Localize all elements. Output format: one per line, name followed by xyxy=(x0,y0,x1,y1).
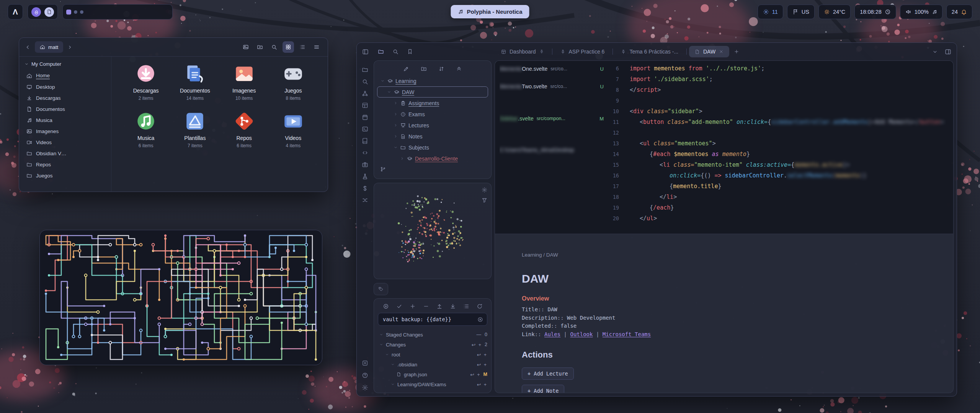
link-Aules[interactable]: Aules xyxy=(544,331,560,337)
folder-Videos[interactable]: Videos4 items xyxy=(269,109,318,148)
explorer-tool-folder-plus-button[interactable] xyxy=(421,66,427,72)
app-shortcut-1[interactable] xyxy=(31,7,41,17)
git-row-Learning/DAW/Exams[interactable]: Learning/DAW/Exams↩ + xyxy=(378,379,487,389)
git-row-actions[interactable]: ↩ + xyxy=(472,342,482,348)
ribbon-gear-button[interactable] xyxy=(362,384,368,391)
media-player-widget[interactable]: Polyphia - Neurotica xyxy=(451,5,529,18)
ribbon-book-button[interactable] xyxy=(362,138,368,144)
fm-tool-menu[interactable] xyxy=(311,41,322,53)
editor-file-row[interactable]: MementoTwo.sveltesrc/co...U xyxy=(500,81,604,92)
sidebar-header[interactable]: My Computer xyxy=(24,61,106,67)
module-clock[interactable]: 18:08:28 xyxy=(854,5,896,19)
sidebar-tab-bookmark[interactable] xyxy=(407,49,413,55)
tree-item-Notes[interactable]: Notes xyxy=(377,131,488,142)
tab-Dashboard[interactable]: Dashboard xyxy=(495,46,550,57)
ribbon-calendar-button[interactable] xyxy=(362,114,368,120)
ribbon-camera-button[interactable] xyxy=(362,161,368,168)
close-icon[interactable] xyxy=(719,49,724,54)
ribbon-network-button[interactable] xyxy=(362,90,368,97)
ribbon-shuffle-button[interactable] xyxy=(362,197,368,203)
tab-ASP Practice 6[interactable]: ASP Practice 6 xyxy=(555,46,611,57)
ribbon-layout-button[interactable] xyxy=(362,102,368,109)
module-notifications[interactable]: 24 xyxy=(946,5,972,19)
sidebar-item-Descargas[interactable]: Descargas xyxy=(24,93,106,104)
commit-message-input[interactable] xyxy=(382,316,474,323)
git-row-actions[interactable]: — xyxy=(477,332,482,337)
folder-Juegos[interactable]: Juegos8 items xyxy=(269,62,318,101)
ribbon-help-button[interactable] xyxy=(362,372,368,379)
folder-Plantillas[interactable]: Plantillas7 items xyxy=(170,109,219,148)
workspaces-pill[interactable] xyxy=(62,4,173,20)
fm-tool-grid[interactable] xyxy=(283,41,294,53)
editor-file-row[interactable]: Sidebar.sveltesrc/compon...M xyxy=(500,113,604,124)
tree-item-Assignments[interactable]: Assignments xyxy=(377,98,488,109)
sidebar-item-Documentos[interactable]: Documentos xyxy=(24,104,106,115)
link-Microsoft Teams[interactable]: Microsoft Teams xyxy=(603,331,651,337)
tree-item-Lectures[interactable]: Lectures xyxy=(377,120,488,131)
git-tool-download-button[interactable] xyxy=(450,303,456,309)
new-tab-button[interactable] xyxy=(734,49,739,54)
workspace-3[interactable] xyxy=(80,10,83,14)
folder-Imagenes[interactable]: Imagenes10 items xyxy=(220,62,269,101)
fm-tool-search[interactable] xyxy=(268,41,280,53)
breadcrumb[interactable]: matt xyxy=(35,41,63,53)
chevron-right-icon[interactable] xyxy=(394,101,398,105)
code-editor[interactable]: 6import mementoes from '../../store.js';… xyxy=(605,63,953,234)
fm-tool-list[interactable] xyxy=(297,41,308,53)
tree-item-Desarrollo-Cliente[interactable]: Desarrollo-Cliente xyxy=(377,153,488,164)
back-button[interactable] xyxy=(24,44,31,50)
toggle-right-sidebar-button[interactable] xyxy=(945,49,951,55)
graph-filter-button[interactable] xyxy=(482,197,487,203)
chevron-down-icon[interactable] xyxy=(379,343,383,346)
folder-Descargas[interactable]: Descargas2 items xyxy=(121,62,170,101)
tab-Tema 6 Prácticas -...[interactable]: Tema 6 Prácticas -... xyxy=(615,46,684,57)
chevron-down-icon[interactable] xyxy=(385,353,389,356)
module-weather[interactable]: 24°C xyxy=(818,5,851,19)
git-row-actions[interactable]: ↩ + xyxy=(477,352,487,358)
sidebar-item-Obsidian V…[interactable]: Obsidian V… xyxy=(24,148,106,159)
git-row-.obsidian[interactable]: .obsidian↩ + xyxy=(378,359,487,369)
chevron-down-icon[interactable] xyxy=(394,145,398,150)
link-Outlook[interactable]: Outlook xyxy=(570,331,593,337)
graph-settings-button[interactable] xyxy=(482,187,487,193)
git-branch-icon[interactable] xyxy=(380,166,386,172)
ribbon-flask-button[interactable] xyxy=(362,173,368,180)
git-tool-minus-button[interactable] xyxy=(423,303,429,309)
chevron-down-icon[interactable] xyxy=(381,79,385,83)
chevron-down-icon[interactable] xyxy=(391,363,395,366)
chevron-down-icon[interactable] xyxy=(379,333,383,337)
sidebar-item-Desktop[interactable]: Desktop xyxy=(24,81,106,93)
git-row-actions[interactable]: ↩ + xyxy=(470,372,480,377)
tree-item-Learning[interactable]: Learning xyxy=(377,75,488,86)
fm-tool-folder-plus[interactable] xyxy=(254,41,266,53)
git-tool-check-button[interactable] xyxy=(396,303,402,309)
tab-list-dropdown[interactable] xyxy=(932,49,938,55)
workspace-1[interactable] xyxy=(66,10,71,15)
tree-item-Exams[interactable]: Exams xyxy=(377,109,488,120)
sidebar-tab-folder[interactable] xyxy=(378,49,384,55)
tree-item-DAW[interactable]: DAW xyxy=(377,86,488,98)
folder-Musica[interactable]: Musica6 items xyxy=(121,109,170,148)
chevron-right-icon[interactable] xyxy=(394,134,398,138)
tab-DAW[interactable]: DAW xyxy=(689,46,729,57)
git-row-actions[interactable]: ↩ + xyxy=(477,382,487,387)
action-button-+ Add Note[interactable]: + Add Note xyxy=(522,385,564,393)
sidebar-item-Imagenes[interactable]: Imagenes xyxy=(24,126,106,137)
git-tool-plus-button[interactable] xyxy=(410,303,416,309)
chevron-right-icon[interactable] xyxy=(394,112,398,116)
sidebar-item-Home[interactable]: Home xyxy=(24,70,106,81)
editor-file-row[interactable]: MementoOne.sveltesrc/co...U xyxy=(500,63,604,75)
fm-tool-image[interactable] xyxy=(240,41,252,53)
chevron-right-icon[interactable] xyxy=(400,156,404,161)
git-tool-circle-plus-button[interactable] xyxy=(383,303,389,309)
toggle-left-sidebar-button[interactable] xyxy=(362,49,369,55)
ribbon-search-button[interactable] xyxy=(362,78,368,85)
ribbon-folder-button[interactable] xyxy=(362,67,368,73)
folder-Repos[interactable]: Repos6 items xyxy=(220,109,269,148)
forward-button[interactable] xyxy=(67,44,73,50)
sidebar-item-Musica[interactable]: Musica xyxy=(24,115,106,126)
module-volume[interactable]: 100% xyxy=(900,5,942,19)
clear-input-button[interactable] xyxy=(477,317,483,322)
ribbon-box-button[interactable] xyxy=(362,360,368,366)
git-tool-list-button[interactable] xyxy=(463,303,469,309)
